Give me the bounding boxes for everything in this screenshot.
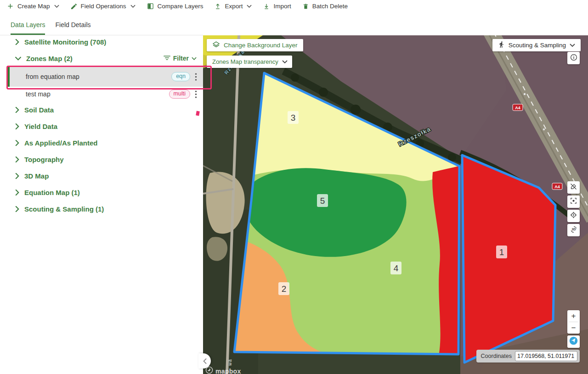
- sidebar-section-equation-map[interactable]: Equation Map (1): [0, 184, 203, 201]
- sidebar-section-topography[interactable]: Topography: [0, 151, 203, 167]
- map-tools-column: 3D: [567, 181, 580, 236]
- mapbox-attribution[interactable]: mapbox: [205, 366, 241, 374]
- chevron-right-icon: [15, 190, 19, 195]
- change-background-layer-button[interactable]: Change Background Layer: [207, 39, 303, 51]
- sidebar-section-3d-map[interactable]: 3D Map: [0, 167, 203, 184]
- target-icon: [570, 211, 577, 221]
- plus-icon: [6, 2, 14, 10]
- section-label: Scouting & Sampling (1): [24, 205, 104, 213]
- data-layers-sidebar: Satellite Monitoring (708) Zones Map (2)…: [0, 35, 203, 374]
- chevron-down-icon: [15, 56, 21, 61]
- eqn-badge: eqn: [171, 72, 190, 81]
- chevron-down-icon: [130, 5, 136, 8]
- import-icon: [263, 3, 270, 10]
- compare-layers-button[interactable]: Compare Layers: [147, 2, 204, 10]
- sidebar-section-as-applied[interactable]: As Applied/As Planted: [0, 134, 203, 151]
- center-field-button[interactable]: [567, 195, 580, 208]
- scouting-label: Scouting & Sampling: [509, 42, 566, 49]
- compass-icon: [569, 336, 578, 347]
- zones-map-item-test-map[interactable]: test map multi: [8, 87, 203, 101]
- svg-text:5: 5: [320, 196, 325, 206]
- street-label: wa: [227, 359, 232, 366]
- export-label: Export: [225, 3, 243, 10]
- map-canvas[interactable]: Rzeszołka Rzeszołka A4 A4 3 5 4 2: [203, 35, 588, 374]
- section-label: As Applied/As Planted: [24, 139, 97, 147]
- zone-label-1: 1: [496, 246, 507, 258]
- item-menu-kebab-icon[interactable]: [195, 90, 197, 98]
- rotate-3d-icon: 3D: [570, 225, 578, 235]
- satellite-map-image: Rzeszołka Rzeszołka A4 A4 3 5 4 2: [203, 35, 588, 374]
- svg-text:3D: 3D: [571, 228, 576, 231]
- chevron-down-icon: [192, 55, 197, 62]
- hide-drawings-button[interactable]: [567, 181, 580, 194]
- filter-label: Filter: [173, 55, 189, 62]
- zones-item-label: test map: [8, 90, 51, 98]
- zone-label-3: 3: [288, 111, 299, 124]
- tab-field-details[interactable]: Field Details: [55, 18, 90, 35]
- pencil-icon: [70, 3, 78, 10]
- zones-map-item-from-equation-map[interactable]: from equation map eqn: [8, 67, 203, 87]
- center-focus-icon: [570, 197, 577, 207]
- chevron-right-icon: [15, 123, 19, 129]
- svg-text:A4: A4: [554, 184, 560, 189]
- chevron-right-icon: [15, 107, 19, 113]
- svg-text:A4: A4: [515, 106, 520, 110]
- zoom-controls: + −: [567, 310, 580, 334]
- batch-delete-button[interactable]: Batch Delete: [302, 3, 348, 10]
- field-operations-button[interactable]: Field Operations: [70, 3, 136, 10]
- compass-reset-button[interactable]: [567, 335, 580, 348]
- change-background-label: Change Background Layer: [224, 42, 298, 49]
- tab-data-layers[interactable]: Data Layers: [11, 18, 45, 35]
- chevron-right-icon: [15, 140, 19, 146]
- svg-text:1: 1: [499, 247, 504, 257]
- 3d-view-button[interactable]: 3D: [567, 224, 580, 236]
- scouting-sampling-button[interactable]: Scouting & Sampling: [492, 39, 581, 51]
- sidebar-section-yield-data[interactable]: Yield Data: [0, 118, 203, 134]
- sidebar-section-satellite-monitoring[interactable]: Satellite Monitoring (708): [0, 35, 203, 48]
- create-map-label: Create Map: [17, 3, 50, 10]
- road-badge-a4: A4: [552, 183, 562, 190]
- coordinates-input[interactable]: [515, 351, 577, 361]
- transparency-label: Zones Map transparency: [212, 58, 278, 65]
- zoom-out-button[interactable]: −: [567, 322, 580, 334]
- section-label: Topography: [24, 156, 64, 163]
- multi-badge: multi: [169, 89, 190, 99]
- section-label: 3D Map: [24, 172, 49, 180]
- main-toolbar: Create Map Field Operations Compare Laye…: [0, 0, 588, 12]
- svg-text:3: 3: [291, 113, 296, 123]
- sidebar-tabs: Data Layers Field Details: [11, 18, 91, 35]
- sidebar-section-soil-data[interactable]: Soil Data: [0, 101, 203, 118]
- zones-filter-button[interactable]: Filter: [164, 55, 197, 62]
- zoom-in-button[interactable]: +: [567, 310, 580, 322]
- info-icon: [570, 53, 578, 63]
- chevron-down-icon: [282, 58, 288, 65]
- zone-label-2: 2: [278, 282, 289, 295]
- zones-item-label: from equation map: [10, 73, 79, 80]
- zone-label-5: 5: [317, 194, 328, 207]
- chevron-down-icon: [247, 5, 252, 8]
- mapbox-wordmark: mapbox: [215, 368, 241, 374]
- compare-layers-icon: [147, 2, 154, 10]
- sidebar-section-zones-map[interactable]: Zones Map (2) Filter: [0, 50, 203, 67]
- info-button[interactable]: [567, 52, 580, 64]
- road-badge-a4: A4: [513, 104, 523, 111]
- compare-layers-label: Compare Layers: [158, 3, 204, 10]
- zones-transparency-dropdown[interactable]: Zones Map transparency: [207, 56, 292, 68]
- chevron-right-icon: [15, 173, 19, 179]
- my-location-button[interactable]: [567, 210, 580, 222]
- section-label: Yield Data: [24, 123, 57, 130]
- layers-icon: [212, 41, 220, 50]
- field-operations-label: Field Operations: [81, 3, 126, 10]
- create-map-button[interactable]: Create Map: [6, 2, 59, 10]
- section-label: Satellite Monitoring (708): [24, 38, 106, 46]
- import-button[interactable]: Import: [263, 3, 291, 10]
- svg-text:4: 4: [394, 263, 399, 273]
- app-root: { "toolbar": { "items": [ {"label": "Cre…: [0, 0, 588, 374]
- item-menu-kebab-icon[interactable]: [195, 73, 197, 81]
- import-label: Import: [273, 3, 291, 10]
- coordinates-bar: Coordinates: [476, 350, 580, 363]
- sidebar-sections: Soil Data Yield Data As Applied/As Plant…: [0, 101, 203, 217]
- sidebar-section-scouting-sampling[interactable]: Scouting & Sampling (1): [0, 201, 203, 217]
- pen-slash-icon: [570, 183, 577, 192]
- export-button[interactable]: Export: [214, 3, 252, 10]
